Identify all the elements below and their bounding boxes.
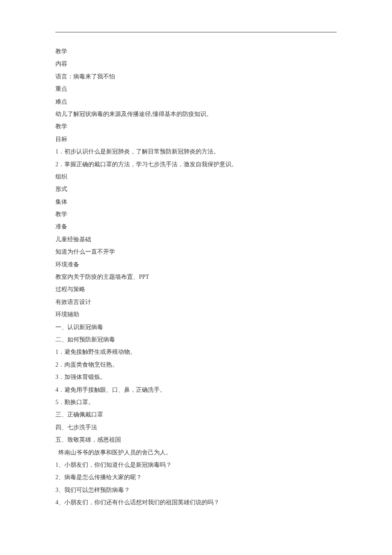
text-line: 5．勤换口罩。 xyxy=(55,396,337,408)
text-line: 教学 xyxy=(55,120,337,133)
text-line: 准备 xyxy=(55,220,337,233)
text-line: 重点 xyxy=(55,83,337,95)
text-line: 终南山爷爷的故事和医护人员的舍己为人。 xyxy=(55,446,337,459)
text-line: 组织 xyxy=(55,171,337,183)
text-line: 五、致敬英雄，感恩祖国 xyxy=(55,434,337,446)
text-line: 儿童经验基础 xyxy=(55,233,337,246)
text-line: 有效语言设计 xyxy=(55,296,337,308)
text-line: 二、如何预防新冠病毒 xyxy=(55,333,337,346)
text-line: 2．肉蛋类食物烹饪熟。 xyxy=(55,358,337,371)
text-line: 2、病毒是怎么传播给大家的呢？ xyxy=(55,471,337,483)
text-line: 教学 xyxy=(55,45,337,58)
text-line: 3、我们可以怎样预防病毒？ xyxy=(55,484,337,496)
text-line: 目标 xyxy=(55,133,337,145)
text-line: 难点 xyxy=(55,95,337,108)
text-line: 三、正确佩戴口罩 xyxy=(55,408,337,421)
text-line: 3．加强体育锻炼。 xyxy=(55,371,337,383)
text-line: 4、小朋友们，你们还有什么话想对我们的祖国英雄们说的吗？ xyxy=(55,496,337,509)
text-line: 四、七步洗手法 xyxy=(55,421,337,434)
text-line: 1．初步认识什么是新冠肺炎，了解日常预防新冠肺炎的方法。 xyxy=(55,145,337,158)
text-line: 2．掌握正确的戴口罩的方法，学习七步洗手法，激发自我保护意识。 xyxy=(55,158,337,171)
text-line: 教室内关于防疫的主题墙布置、PPT xyxy=(55,271,337,283)
text-line: 环境辅助 xyxy=(55,308,337,321)
document-content: 教学 内容 语言：病毒来了我不怕 重点 难点 幼儿了解冠状病毒的来源及传播途径,… xyxy=(55,45,337,509)
text-line: 4．避免用手接触眼、口、鼻，正确洗手。 xyxy=(55,384,337,396)
page-top-rule xyxy=(55,32,337,32)
text-line: 1．避免接触野生或养殖动物。 xyxy=(55,346,337,358)
document-page: 教学 内容 语言：病毒来了我不怕 重点 难点 幼儿了解冠状病毒的来源及传播途径,… xyxy=(0,0,392,551)
text-line: 环境准备 xyxy=(55,258,337,271)
text-line: 语言：病毒来了我不怕 xyxy=(55,70,337,83)
text-line: 内容 xyxy=(55,58,337,70)
text-line: 集体 xyxy=(55,196,337,208)
text-line: 1、小朋友们，你们知道什么是新冠病毒吗？ xyxy=(55,459,337,471)
text-line: 知道为什么一直不开学 xyxy=(55,246,337,258)
text-line: 教学 xyxy=(55,208,337,220)
text-line: 一、认识新冠病毒 xyxy=(55,321,337,333)
text-line: 过程与策略 xyxy=(55,283,337,295)
text-line: 形式 xyxy=(55,183,337,195)
text-line: 幼儿了解冠状病毒的来源及传播途径,懂得基本的防疫知识。 xyxy=(55,108,337,120)
